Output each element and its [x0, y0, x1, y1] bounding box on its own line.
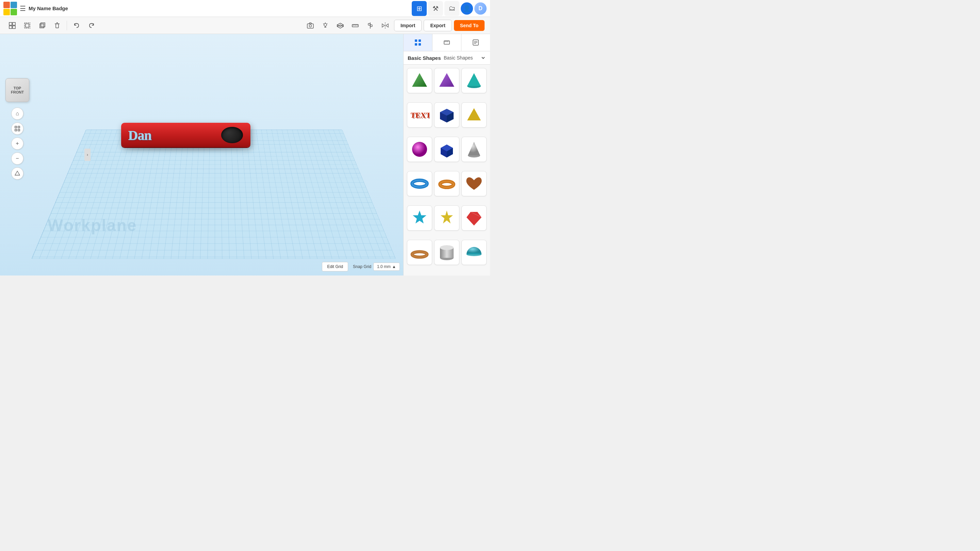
svg-rect-6 [40, 24, 44, 28]
shape-yellow-pyramid[interactable] [461, 102, 487, 127]
add-user-button[interactable]: 👤 [461, 2, 473, 14]
shapes-3d-button[interactable] [11, 167, 24, 179]
shape-torus-orange[interactable] [434, 171, 460, 196]
shape-torus-blue[interactable] [407, 171, 432, 196]
svg-rect-29 [370, 25, 372, 27]
snap-grid-control: Snap Grid 1.0 mm ▲ [353, 263, 400, 271]
view-cube[interactable]: TOP FRONT [5, 78, 29, 102]
light-button[interactable] [318, 19, 332, 32]
align-button[interactable] [363, 19, 377, 32]
svg-point-87 [440, 245, 453, 250]
shapes-section-title: Basic Shapes [408, 55, 442, 61]
view-cube-top: TOP [14, 86, 21, 90]
svg-point-13 [324, 24, 327, 26]
workplane-button[interactable] [334, 19, 347, 32]
shape-green-pyramid[interactable] [407, 68, 432, 93]
avatar[interactable]: D [474, 2, 487, 14]
svg-point-88 [466, 253, 482, 256]
svg-rect-36 [18, 129, 20, 131]
svg-rect-33 [15, 126, 17, 128]
right-panel-collapse[interactable]: › [84, 149, 91, 161]
svg-marker-52 [412, 73, 427, 87]
left-panel: TOP FRONT ⌂ + − [3, 75, 31, 183]
workplane-container: Dan Workplane [27, 51, 403, 275]
shape-teal-cone[interactable] [461, 68, 487, 93]
ruler-button[interactable] [348, 19, 362, 32]
svg-rect-8 [56, 24, 59, 28]
toolbar-right: Import Export Send To [304, 19, 485, 32]
svg-rect-40 [415, 43, 417, 46]
ungroup-button[interactable] [21, 19, 34, 32]
svg-marker-65 [467, 108, 481, 121]
snap-value-selector[interactable]: 1.0 mm ▲ [373, 263, 400, 271]
svg-marker-31 [382, 24, 385, 27]
svg-rect-5 [25, 24, 29, 27]
snap-value: 1.0 mm [377, 264, 391, 269]
shape-purple-pyramid[interactable] [434, 68, 460, 93]
shape-gem[interactable] [461, 205, 487, 230]
svg-point-66 [412, 142, 427, 157]
svg-rect-39 [418, 40, 421, 42]
bottom-bar: Edit Grid Snap Grid 1.0 mm ▲ [322, 262, 400, 272]
shape-cylinder[interactable] [434, 240, 460, 265]
badge-name-text: Dan [128, 127, 151, 143]
group-button[interactable] [5, 19, 19, 32]
zoom-in-button[interactable]: + [11, 137, 24, 150]
list-view-icon[interactable]: ☰ [20, 5, 26, 13]
toolbar-separator-1 [67, 21, 67, 30]
svg-rect-3 [13, 26, 15, 29]
shape-text3d[interactable]: TEXTTEXT [407, 102, 432, 127]
mirror-button[interactable] [379, 19, 392, 32]
zoom-out-button[interactable]: − [11, 152, 24, 165]
shape-ring[interactable] [407, 240, 432, 265]
shapes-grid: TEXTTEXT [404, 65, 490, 275]
gallery-button[interactable]: 🗂 [444, 1, 460, 16]
svg-marker-77 [413, 211, 426, 224]
svg-line-16 [323, 24, 324, 24]
nav-right-buttons: ⊞ ⚒ 🗂 👤 D [412, 1, 487, 16]
name-badge-object[interactable]: Dan [121, 123, 250, 151]
tools-button[interactable]: ⚒ [428, 1, 443, 16]
shape-magenta-sphere[interactable] [407, 137, 432, 162]
right-panel: Basic Shapes Basic Shapes Featured Shape… [403, 34, 490, 275]
right-panel-icons [404, 34, 490, 51]
shape-half-sphere[interactable] [461, 240, 487, 265]
toolbar: Import Export Send To [0, 17, 490, 34]
view-cube-front: FRONT [11, 90, 24, 94]
grid-view-button[interactable]: ⊞ [412, 1, 427, 16]
canvas-area[interactable]: Dan Workplane Edit Grid Snap Grid 1.0 mm… [0, 34, 403, 275]
duplicate-button[interactable] [35, 19, 49, 32]
notes-tab[interactable] [461, 34, 490, 51]
svg-marker-32 [386, 24, 388, 27]
badge-shadow [128, 147, 243, 151]
shape-gray-cone[interactable] [461, 137, 487, 162]
sendto-button[interactable]: Send To [454, 20, 485, 31]
home-view-button[interactable]: ⌂ [11, 108, 24, 120]
main-area: TOP FRONT ⌂ + − Dan Workplane [0, 34, 490, 275]
svg-line-15 [327, 24, 327, 24]
undo-button[interactable] [70, 19, 83, 32]
project-title[interactable]: My Name Badge [29, 5, 409, 11]
svg-rect-35 [15, 129, 17, 131]
svg-point-57 [467, 84, 481, 88]
fit-view-button[interactable] [11, 122, 24, 135]
redo-button[interactable] [85, 19, 98, 32]
svg-rect-38 [415, 40, 417, 42]
shapes-header: Basic Shapes Basic Shapes Featured Shape… [404, 51, 490, 65]
grid-shapes-tab[interactable] [404, 34, 433, 51]
shapes-category-select[interactable]: Basic Shapes Featured Shapes Text & Numb… [442, 55, 486, 61]
shape-blue-box2[interactable] [434, 137, 460, 162]
rulers-tab[interactable] [433, 34, 461, 51]
shape-heart[interactable] [461, 171, 487, 196]
export-button[interactable]: Export [424, 20, 452, 31]
tinkercad-logo[interactable] [3, 2, 17, 15]
shape-star6[interactable] [407, 205, 432, 230]
edit-grid-button[interactable]: Edit Grid [322, 262, 348, 272]
shape-blue-box[interactable] [434, 102, 460, 127]
svg-marker-81 [466, 212, 482, 225]
shape-star5[interactable] [434, 205, 460, 230]
import-button[interactable]: Import [394, 20, 422, 31]
delete-button[interactable] [50, 19, 64, 32]
svg-marker-54 [439, 73, 454, 87]
camera-button[interactable] [304, 19, 317, 32]
